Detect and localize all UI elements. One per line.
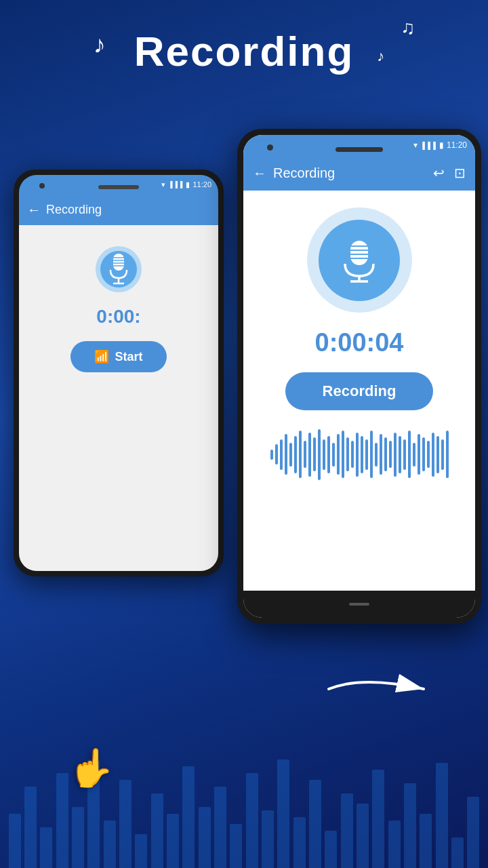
front-phone-main-screen: 0:00:04 Recording bbox=[243, 191, 475, 591]
wave-bar bbox=[313, 437, 316, 471]
back-phone-back-arrow[interactable]: ← bbox=[27, 202, 41, 218]
wave-bar bbox=[275, 444, 278, 465]
wave-bar bbox=[346, 437, 349, 471]
undo-icon[interactable]: ↩ bbox=[433, 165, 445, 181]
mic-outer-circle bbox=[307, 208, 412, 313]
phone-front-inner: ▾ ▐▐▐ ▮ 11:20 ← Recording ↩ ⊡ bbox=[243, 135, 475, 618]
front-phone-speaker bbox=[336, 147, 383, 152]
wave-bar bbox=[418, 434, 420, 475]
front-phone-app-bar: ← Recording ↩ ⊡ bbox=[243, 155, 475, 191]
front-time: 11:20 bbox=[447, 140, 467, 150]
back-phone-app-bar: ← Recording bbox=[19, 194, 218, 225]
wave-bar bbox=[327, 436, 330, 473]
wave-bar bbox=[427, 441, 430, 468]
wave-bar bbox=[384, 437, 387, 471]
wave-bar bbox=[280, 439, 283, 470]
back-mic-icon bbox=[95, 245, 142, 293]
wave-bar bbox=[380, 434, 382, 475]
front-back-arrow[interactable]: ← bbox=[253, 165, 266, 181]
wave-bar bbox=[446, 431, 449, 478]
front-app-title: Recording bbox=[273, 165, 426, 181]
front-phone-nav-bar bbox=[243, 591, 475, 618]
wave-bar bbox=[299, 431, 302, 478]
wave-bar bbox=[365, 439, 368, 470]
wave-bar bbox=[413, 443, 415, 467]
wave-bar bbox=[351, 441, 354, 468]
wave-bar bbox=[323, 439, 325, 470]
recording-button[interactable]: Recording bbox=[285, 372, 434, 410]
music-note-right-1: ♫ bbox=[401, 17, 415, 39]
wave-bar bbox=[394, 433, 396, 477]
front-battery-icon: ▮ bbox=[439, 140, 444, 150]
back-battery-icon: ▮ bbox=[186, 180, 190, 189]
hand-pointer-icon: 👆 bbox=[68, 746, 115, 790]
wave-bar bbox=[332, 443, 335, 467]
title-area: ♪ Recording ♫ ♪ bbox=[0, 27, 488, 75]
front-signal-icon: ▐▐▐ bbox=[420, 142, 436, 149]
back-phone-content: 0:00: 📶 Start bbox=[19, 225, 218, 571]
music-note-right-2: ♪ bbox=[377, 47, 384, 65]
wave-bar bbox=[361, 436, 363, 473]
wave-bar bbox=[270, 450, 273, 460]
back-time: 11:20 bbox=[192, 180, 211, 189]
wave-bar bbox=[403, 439, 406, 470]
back-wifi-icon: ▾ bbox=[161, 180, 165, 189]
back-phone-speaker bbox=[98, 185, 139, 189]
phones-area: ▾ ▐▐▐ ▮ 11:20 ← Recording bbox=[0, 129, 488, 868]
front-phone-status-bar: ▾ ▐▐▐ ▮ 11:20 bbox=[243, 135, 475, 155]
back-phone-status-bar: ▾ ▐▐▐ ▮ 11:20 bbox=[19, 175, 218, 194]
wave-bar bbox=[337, 434, 340, 475]
wave-bar bbox=[289, 443, 292, 467]
mic-inner-circle bbox=[319, 220, 400, 301]
save-icon[interactable]: ⊡ bbox=[454, 165, 466, 181]
start-wifi-icon: 📶 bbox=[94, 349, 109, 364]
wave-bar bbox=[399, 436, 401, 473]
wave-bar bbox=[408, 431, 411, 478]
arrow-container bbox=[322, 672, 430, 709]
back-start-button[interactable]: 📶 Start bbox=[70, 341, 166, 372]
front-wifi-icon: ▾ bbox=[413, 140, 418, 150]
svg-rect-2 bbox=[113, 254, 124, 271]
svg-rect-10 bbox=[350, 241, 368, 265]
back-signal-icon: ▐▐▐ bbox=[168, 181, 183, 188]
page-title: Recording bbox=[134, 27, 354, 75]
front-phone-timer: 0:00:04 bbox=[315, 328, 404, 357]
back-phone-screen: ▾ ▐▐▐ ▮ 11:20 ← Recording bbox=[19, 175, 218, 571]
back-mic-container bbox=[95, 245, 142, 296]
wave-bar bbox=[441, 439, 444, 470]
wave-bar bbox=[436, 436, 439, 473]
front-mic-icon bbox=[336, 237, 383, 284]
phone-back: ▾ ▐▐▐ ▮ 11:20 ← Recording bbox=[14, 170, 224, 576]
music-note-left: ♪ bbox=[94, 31, 106, 59]
waveform bbox=[253, 427, 465, 481]
phone-front: ▾ ▐▐▐ ▮ 11:20 ← Recording ↩ ⊡ bbox=[237, 129, 481, 624]
nav-home bbox=[349, 603, 369, 606]
app-bar-icons: ↩ ⊡ bbox=[433, 165, 466, 181]
wave-bar bbox=[370, 431, 373, 478]
wave-bar bbox=[422, 437, 425, 471]
front-phone-camera bbox=[267, 144, 273, 151]
wave-bar bbox=[432, 433, 434, 477]
back-phone-camera bbox=[39, 183, 45, 189]
wave-bar bbox=[389, 441, 392, 468]
wave-bar bbox=[375, 443, 378, 467]
wave-bar bbox=[294, 436, 297, 473]
wave-bar bbox=[308, 433, 311, 477]
back-phone-timer: 0:00: bbox=[96, 306, 140, 328]
wave-bar bbox=[304, 441, 306, 468]
back-phone-title: Recording bbox=[46, 203, 102, 217]
wave-bar bbox=[342, 431, 344, 478]
wave-bar bbox=[356, 433, 359, 477]
wave-bar bbox=[285, 434, 287, 475]
wave-bar bbox=[318, 429, 321, 480]
arrow-icon bbox=[322, 672, 430, 706]
